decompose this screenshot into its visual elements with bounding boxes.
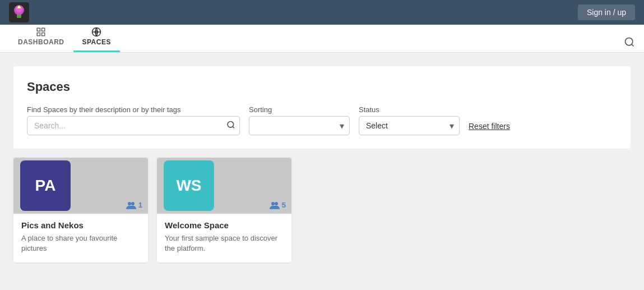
sorting-wrapper: Name Date ▾ [249, 116, 350, 135]
space-members-count: 1 [126, 201, 142, 209]
svg-rect-7 [42, 28, 45, 31]
sorting-select[interactable]: Name Date [249, 116, 350, 135]
space-card-body: Pics and Nekos A place to share you favo… [13, 214, 148, 263]
space-banner: WS 5 [157, 158, 291, 214]
svg-point-15 [128, 202, 131, 205]
sorting-filter-group: Sorting Name Date ▾ [249, 105, 350, 135]
svg-rect-6 [38, 28, 40, 31]
svg-point-11 [626, 38, 633, 45]
space-description: A place to share you favourite pictures [21, 233, 140, 254]
svg-line-12 [632, 44, 634, 47]
signin-button[interactable]: Sign in / up [578, 4, 635, 20]
topbar: Sign in / up [0, 0, 644, 25]
status-select[interactable]: Select Active Inactive [359, 116, 460, 135]
search-nav-button[interactable] [624, 36, 635, 52]
space-name: Welcome Space [165, 220, 284, 230]
dashboard-icon [36, 27, 46, 37]
svg-rect-9 [42, 33, 45, 36]
space-name: Pics and Nekos [21, 220, 140, 230]
svg-point-13 [228, 122, 234, 128]
search-label: Find Spaces by their description or by t… [27, 105, 240, 114]
search-icon [226, 121, 235, 130]
svg-point-18 [275, 202, 278, 205]
dashboard-label: DASHBOARD [18, 38, 64, 46]
nav-spaces[interactable]: SPACES [73, 25, 120, 52]
secondary-nav: DASHBOARD SPACES [0, 25, 644, 53]
search-input[interactable] [27, 116, 240, 135]
status-wrapper: Select Active Inactive ▾ [359, 116, 460, 135]
nav-dashboard[interactable]: DASHBOARD [9, 25, 73, 52]
space-banner: PA 1 [13, 158, 148, 214]
page-title: Spaces [27, 80, 617, 94]
filters-card: Spaces Find Spaces by their description … [13, 66, 631, 149]
app-logo[interactable] [9, 2, 29, 22]
space-card[interactable]: WS 5 Welcome Space Your first sample spa… [157, 158, 291, 263]
spaces-label: SPACES [82, 38, 111, 46]
search-filter-group: Find Spaces by their description or by t… [27, 105, 240, 135]
space-card[interactable]: PA 1 Pics and Nekos A place to share you… [13, 158, 148, 263]
svg-rect-8 [38, 33, 40, 36]
sorting-label: Sorting [249, 105, 350, 114]
members-icon [270, 201, 280, 209]
main-content: Spaces Find Spaces by their description … [0, 53, 644, 290]
svg-point-4 [18, 6, 20, 8]
svg-point-17 [271, 202, 275, 205]
members-icon [126, 201, 136, 209]
status-label: Status [359, 105, 460, 114]
space-avatar: WS [164, 160, 214, 211]
svg-point-16 [131, 202, 135, 205]
space-description: Your first sample space to discover the … [165, 233, 284, 254]
reset-filters-link[interactable]: Reset filters [469, 122, 510, 135]
space-members-count: 5 [270, 201, 286, 209]
search-nav-icon [624, 36, 635, 48]
spaces-grid: PA 1 Pics and Nekos A place to share you… [13, 158, 631, 263]
spaces-icon [91, 27, 101, 37]
filters-row: Find Spaces by their description or by t… [27, 105, 617, 135]
svg-line-14 [233, 127, 234, 128]
svg-rect-5 [17, 15, 21, 18]
search-wrapper [27, 116, 240, 135]
space-card-body: Welcome Space Your first sample space to… [157, 214, 291, 263]
space-avatar: PA [20, 160, 71, 211]
status-filter-group: Status Select Active Inactive ▾ [359, 105, 460, 135]
search-button[interactable] [226, 121, 235, 131]
